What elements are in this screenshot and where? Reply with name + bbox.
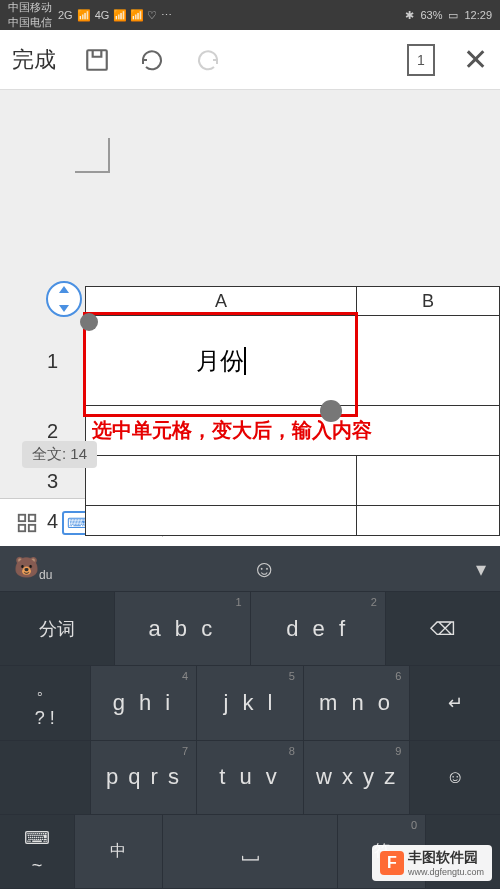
- page-corner-indicator: [75, 138, 110, 173]
- watermark: F 丰图软件园 www.dgfengtu.com: [372, 845, 492, 881]
- document-area[interactable]: A B 1 月份 2 选中单元格，变大后，输入内容 3 4 全文: 14: [0, 90, 500, 498]
- selection-handle-tl[interactable]: [80, 313, 98, 331]
- selection-handle-br[interactable]: [320, 400, 342, 422]
- emoji-icon[interactable]: ☺: [52, 555, 476, 583]
- ime-brand[interactable]: 🐻du: [14, 555, 52, 582]
- page-indicator[interactable]: 1: [407, 44, 435, 76]
- ime-keyboard: 🐻du ☺ ▾ 分词 1a b c 2d e f ⌫ 。? ! 4g h i 5…: [0, 546, 500, 889]
- redo-icon[interactable]: [194, 48, 222, 72]
- svg-rect-2: [29, 514, 35, 520]
- nav-handle[interactable]: [46, 281, 82, 317]
- key-emoji[interactable]: ☺: [410, 741, 500, 815]
- watermark-icon: F: [380, 851, 404, 875]
- key-fenci[interactable]: 分词: [0, 592, 115, 666]
- cell-a3[interactable]: [85, 456, 357, 506]
- key-switch[interactable]: ⌨~: [0, 815, 75, 889]
- key-wxyz[interactable]: 9w x y z: [304, 741, 411, 815]
- cell-a2[interactable]: 选中单元格，变大后，输入内容: [85, 406, 500, 456]
- bluetooth-icon: ✱: [405, 9, 414, 22]
- carrier-2: 中国电信: [8, 17, 52, 28]
- key-abc[interactable]: 1a b c: [115, 592, 250, 666]
- row-header-2[interactable]: 2: [47, 420, 58, 443]
- row-header-4[interactable]: 4: [47, 510, 58, 533]
- svg-rect-4: [29, 524, 35, 530]
- clock: 12:29: [464, 9, 492, 21]
- svg-rect-0: [87, 50, 107, 70]
- cell-a4[interactable]: [85, 506, 357, 536]
- col-header-b[interactable]: B: [357, 286, 500, 316]
- key-pqrs[interactable]: 7p q r s: [91, 741, 198, 815]
- key-ghi[interactable]: 4g h i: [91, 666, 198, 740]
- svg-rect-3: [19, 524, 25, 530]
- cell-b3[interactable]: [357, 456, 500, 506]
- carrier-1: 中国移动: [8, 2, 52, 13]
- svg-rect-1: [19, 514, 25, 520]
- app-toolbar: 完成 1 ✕: [0, 30, 500, 90]
- cell-b1[interactable]: [357, 316, 500, 406]
- key-space[interactable]: ⎵: [163, 815, 338, 889]
- undo-icon[interactable]: [138, 48, 166, 72]
- status-bar: 中国移动 中国电信 2G 📶 4G 📶 📶 ♡ ⋯ ✱ 63% ▭ 12:29: [0, 0, 500, 30]
- row-header-3[interactable]: 3: [47, 470, 58, 493]
- key-tuv[interactable]: 8t u v: [197, 741, 304, 815]
- signal-4g: 4G: [95, 9, 110, 21]
- key-lang-cn[interactable]: 中: [75, 815, 163, 889]
- watermark-url: www.dgfengtu.com: [408, 867, 484, 877]
- col-header-a[interactable]: A: [85, 286, 357, 316]
- save-icon[interactable]: [84, 47, 110, 73]
- battery-icon: ▭: [448, 9, 458, 22]
- apps-icon[interactable]: [12, 512, 42, 534]
- row-header-1[interactable]: 1: [47, 350, 58, 373]
- word-count-badge: 全文: 14: [22, 441, 97, 468]
- watermark-name: 丰图软件园: [408, 849, 484, 867]
- collapse-keyboard-icon[interactable]: ▾: [476, 557, 486, 581]
- close-icon[interactable]: ✕: [463, 42, 488, 77]
- text-cursor: [244, 347, 246, 375]
- key-enter[interactable]: ↵: [410, 666, 500, 740]
- battery-pct: 63%: [420, 9, 442, 21]
- key-backspace[interactable]: ⌫: [386, 592, 500, 666]
- cell-a1[interactable]: 月份: [85, 316, 357, 406]
- key-punct2[interactable]: [0, 741, 91, 815]
- key-jkl[interactable]: 5j k l: [197, 666, 304, 740]
- key-def[interactable]: 2d e f: [251, 592, 386, 666]
- key-mno[interactable]: 6m n o: [304, 666, 411, 740]
- signal-2g: 2G: [58, 9, 73, 21]
- done-button[interactable]: 完成: [12, 45, 56, 75]
- spreadsheet: A B 1 月份 2 选中单元格，变大后，输入内容 3 4: [85, 286, 500, 536]
- key-period[interactable]: 。? !: [0, 666, 91, 740]
- cell-b4[interactable]: [357, 506, 500, 536]
